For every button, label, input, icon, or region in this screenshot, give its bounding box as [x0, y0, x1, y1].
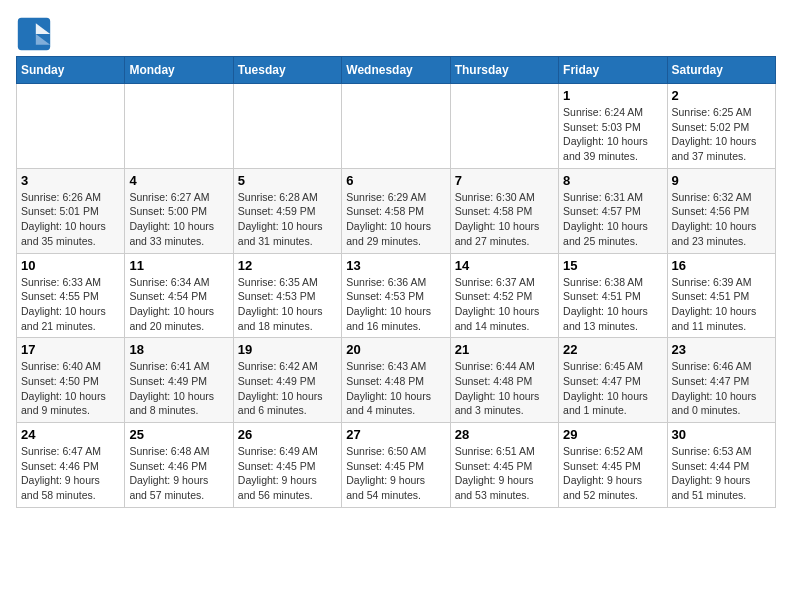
- day-number: 13: [346, 258, 445, 273]
- calendar-cell: 16Sunrise: 6:39 AM Sunset: 4:51 PM Dayli…: [667, 253, 775, 338]
- day-number: 1: [563, 88, 662, 103]
- day-number: 8: [563, 173, 662, 188]
- calendar-week: 17Sunrise: 6:40 AM Sunset: 4:50 PM Dayli…: [17, 338, 776, 423]
- day-info: Sunrise: 6:43 AM Sunset: 4:48 PM Dayligh…: [346, 359, 445, 418]
- calendar-cell: 5Sunrise: 6:28 AM Sunset: 4:59 PM Daylig…: [233, 168, 341, 253]
- calendar-cell: 24Sunrise: 6:47 AM Sunset: 4:46 PM Dayli…: [17, 423, 125, 508]
- logo-icon: [16, 16, 52, 52]
- calendar-cell: 2Sunrise: 6:25 AM Sunset: 5:02 PM Daylig…: [667, 84, 775, 169]
- day-number: 3: [21, 173, 120, 188]
- calendar-week: 3Sunrise: 6:26 AM Sunset: 5:01 PM Daylig…: [17, 168, 776, 253]
- calendar-cell: 8Sunrise: 6:31 AM Sunset: 4:57 PM Daylig…: [559, 168, 667, 253]
- day-number: 17: [21, 342, 120, 357]
- day-info: Sunrise: 6:50 AM Sunset: 4:45 PM Dayligh…: [346, 444, 445, 503]
- day-info: Sunrise: 6:28 AM Sunset: 4:59 PM Dayligh…: [238, 190, 337, 249]
- day-info: Sunrise: 6:51 AM Sunset: 4:45 PM Dayligh…: [455, 444, 554, 503]
- calendar-cell: 12Sunrise: 6:35 AM Sunset: 4:53 PM Dayli…: [233, 253, 341, 338]
- day-number: 21: [455, 342, 554, 357]
- calendar-cell: [17, 84, 125, 169]
- day-number: 16: [672, 258, 771, 273]
- calendar-header: SundayMondayTuesdayWednesdayThursdayFrid…: [17, 57, 776, 84]
- day-number: 2: [672, 88, 771, 103]
- day-info: Sunrise: 6:52 AM Sunset: 4:45 PM Dayligh…: [563, 444, 662, 503]
- day-info: Sunrise: 6:24 AM Sunset: 5:03 PM Dayligh…: [563, 105, 662, 164]
- day-number: 30: [672, 427, 771, 442]
- day-number: 28: [455, 427, 554, 442]
- day-info: Sunrise: 6:49 AM Sunset: 4:45 PM Dayligh…: [238, 444, 337, 503]
- calendar-cell: 29Sunrise: 6:52 AM Sunset: 4:45 PM Dayli…: [559, 423, 667, 508]
- day-number: 10: [21, 258, 120, 273]
- day-number: 9: [672, 173, 771, 188]
- day-info: Sunrise: 6:37 AM Sunset: 4:52 PM Dayligh…: [455, 275, 554, 334]
- calendar-cell: 19Sunrise: 6:42 AM Sunset: 4:49 PM Dayli…: [233, 338, 341, 423]
- weekday-header: Tuesday: [233, 57, 341, 84]
- day-info: Sunrise: 6:31 AM Sunset: 4:57 PM Dayligh…: [563, 190, 662, 249]
- day-info: Sunrise: 6:27 AM Sunset: 5:00 PM Dayligh…: [129, 190, 228, 249]
- weekday-header: Friday: [559, 57, 667, 84]
- calendar-cell: [233, 84, 341, 169]
- calendar-cell: 13Sunrise: 6:36 AM Sunset: 4:53 PM Dayli…: [342, 253, 450, 338]
- day-number: 15: [563, 258, 662, 273]
- day-info: Sunrise: 6:25 AM Sunset: 5:02 PM Dayligh…: [672, 105, 771, 164]
- weekday-header: Thursday: [450, 57, 558, 84]
- calendar-cell: 3Sunrise: 6:26 AM Sunset: 5:01 PM Daylig…: [17, 168, 125, 253]
- calendar-cell: 30Sunrise: 6:53 AM Sunset: 4:44 PM Dayli…: [667, 423, 775, 508]
- day-number: 4: [129, 173, 228, 188]
- weekday-row: SundayMondayTuesdayWednesdayThursdayFrid…: [17, 57, 776, 84]
- day-info: Sunrise: 6:29 AM Sunset: 4:58 PM Dayligh…: [346, 190, 445, 249]
- calendar-cell: 22Sunrise: 6:45 AM Sunset: 4:47 PM Dayli…: [559, 338, 667, 423]
- calendar-cell: 11Sunrise: 6:34 AM Sunset: 4:54 PM Dayli…: [125, 253, 233, 338]
- calendar-cell: 21Sunrise: 6:44 AM Sunset: 4:48 PM Dayli…: [450, 338, 558, 423]
- calendar-cell: 15Sunrise: 6:38 AM Sunset: 4:51 PM Dayli…: [559, 253, 667, 338]
- day-number: 25: [129, 427, 228, 442]
- day-number: 18: [129, 342, 228, 357]
- day-number: 19: [238, 342, 337, 357]
- weekday-header: Saturday: [667, 57, 775, 84]
- calendar-cell: 18Sunrise: 6:41 AM Sunset: 4:49 PM Dayli…: [125, 338, 233, 423]
- calendar-cell: 7Sunrise: 6:30 AM Sunset: 4:58 PM Daylig…: [450, 168, 558, 253]
- calendar-cell: 10Sunrise: 6:33 AM Sunset: 4:55 PM Dayli…: [17, 253, 125, 338]
- day-number: 5: [238, 173, 337, 188]
- day-info: Sunrise: 6:39 AM Sunset: 4:51 PM Dayligh…: [672, 275, 771, 334]
- day-number: 22: [563, 342, 662, 357]
- day-info: Sunrise: 6:41 AM Sunset: 4:49 PM Dayligh…: [129, 359, 228, 418]
- day-info: Sunrise: 6:47 AM Sunset: 4:46 PM Dayligh…: [21, 444, 120, 503]
- day-info: Sunrise: 6:46 AM Sunset: 4:47 PM Dayligh…: [672, 359, 771, 418]
- day-number: 26: [238, 427, 337, 442]
- calendar-cell: 9Sunrise: 6:32 AM Sunset: 4:56 PM Daylig…: [667, 168, 775, 253]
- logo: [16, 16, 58, 52]
- day-info: Sunrise: 6:38 AM Sunset: 4:51 PM Dayligh…: [563, 275, 662, 334]
- calendar-cell: 4Sunrise: 6:27 AM Sunset: 5:00 PM Daylig…: [125, 168, 233, 253]
- weekday-header: Sunday: [17, 57, 125, 84]
- calendar-cell: 25Sunrise: 6:48 AM Sunset: 4:46 PM Dayli…: [125, 423, 233, 508]
- calendar-cell: 28Sunrise: 6:51 AM Sunset: 4:45 PM Dayli…: [450, 423, 558, 508]
- day-number: 11: [129, 258, 228, 273]
- calendar-cell: 6Sunrise: 6:29 AM Sunset: 4:58 PM Daylig…: [342, 168, 450, 253]
- day-number: 7: [455, 173, 554, 188]
- day-info: Sunrise: 6:53 AM Sunset: 4:44 PM Dayligh…: [672, 444, 771, 503]
- calendar-cell: 1Sunrise: 6:24 AM Sunset: 5:03 PM Daylig…: [559, 84, 667, 169]
- calendar-cell: [125, 84, 233, 169]
- day-info: Sunrise: 6:35 AM Sunset: 4:53 PM Dayligh…: [238, 275, 337, 334]
- day-info: Sunrise: 6:33 AM Sunset: 4:55 PM Dayligh…: [21, 275, 120, 334]
- day-info: Sunrise: 6:32 AM Sunset: 4:56 PM Dayligh…: [672, 190, 771, 249]
- day-number: 24: [21, 427, 120, 442]
- calendar-cell: 20Sunrise: 6:43 AM Sunset: 4:48 PM Dayli…: [342, 338, 450, 423]
- day-info: Sunrise: 6:40 AM Sunset: 4:50 PM Dayligh…: [21, 359, 120, 418]
- calendar-cell: 26Sunrise: 6:49 AM Sunset: 4:45 PM Dayli…: [233, 423, 341, 508]
- calendar-table: SundayMondayTuesdayWednesdayThursdayFrid…: [16, 56, 776, 508]
- day-info: Sunrise: 6:34 AM Sunset: 4:54 PM Dayligh…: [129, 275, 228, 334]
- calendar-cell: [342, 84, 450, 169]
- day-number: 20: [346, 342, 445, 357]
- calendar-body: 1Sunrise: 6:24 AM Sunset: 5:03 PM Daylig…: [17, 84, 776, 508]
- day-info: Sunrise: 6:26 AM Sunset: 5:01 PM Dayligh…: [21, 190, 120, 249]
- calendar-cell: 14Sunrise: 6:37 AM Sunset: 4:52 PM Dayli…: [450, 253, 558, 338]
- calendar-cell: 17Sunrise: 6:40 AM Sunset: 4:50 PM Dayli…: [17, 338, 125, 423]
- calendar-cell: [450, 84, 558, 169]
- day-info: Sunrise: 6:36 AM Sunset: 4:53 PM Dayligh…: [346, 275, 445, 334]
- day-info: Sunrise: 6:44 AM Sunset: 4:48 PM Dayligh…: [455, 359, 554, 418]
- calendar-week: 1Sunrise: 6:24 AM Sunset: 5:03 PM Daylig…: [17, 84, 776, 169]
- day-number: 29: [563, 427, 662, 442]
- page-header: [16, 16, 776, 52]
- day-number: 27: [346, 427, 445, 442]
